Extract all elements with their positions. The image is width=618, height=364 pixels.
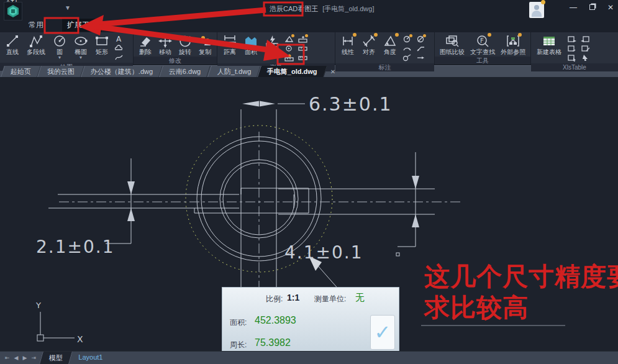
group-modify: 删除 移动 旋转 复制 修改: [134, 32, 217, 65]
ordinate-dim-icon[interactable]: [402, 54, 412, 61]
polyline-button[interactable]: 多段线: [23, 33, 49, 57]
line-button[interactable]: 直线: [2, 33, 23, 57]
restore-button[interactable]: [587, 3, 597, 12]
table-export-icon[interactable]: [580, 35, 590, 43]
linear-dim-button[interactable]: 线性: [337, 33, 358, 57]
erase-button[interactable]: 删除: [135, 33, 155, 57]
drawing-compare-icon: [445, 34, 460, 48]
radius-dim-icon[interactable]: [402, 35, 412, 43]
red-annotation-note: 这几个尺寸精度要 求比较高: [424, 261, 618, 323]
area-label: 面积:: [230, 317, 247, 328]
rectangle-button[interactable]: 矩形: [91, 33, 112, 57]
doc-tab-mycloud[interactable]: 我的云图: [37, 66, 84, 77]
ucs-x-label: X: [77, 334, 83, 344]
ellipse-button[interactable]: 椭圆 ▼: [70, 33, 91, 59]
measure-settings-icon-highlighted[interactable]: [284, 54, 294, 61]
distance-button[interactable]: 距离: [219, 33, 240, 57]
group-draw: 直线 多段线 圆 ▼ 椭圆 ▼ 矩形: [0, 32, 134, 65]
coordinate-measure-icon[interactable]: [284, 45, 294, 52]
scale-value: 1:1: [287, 293, 299, 303]
quick-menu-caret-icon[interactable]: ▼: [65, 4, 71, 11]
layout-first-button[interactable]: ⇤: [5, 355, 10, 361]
angle-measure-icon[interactable]: [284, 35, 294, 43]
new-table-icon: [542, 34, 557, 48]
svg-text:F: F: [480, 37, 484, 44]
mark-dim-icon[interactable]: [416, 54, 425, 61]
minimize-button[interactable]: —: [568, 3, 578, 12]
drawing-canvas[interactable]: 6.3±0.1 2.1±0.1 4.1±0.1 Y X 这几个尺寸精度要 求比较…: [0, 77, 618, 351]
document-name: [手电筒_old.dwg]: [322, 5, 374, 12]
user-avatar[interactable]: [529, 2, 544, 18]
unit-label: 测量单位:: [314, 294, 346, 304]
arc-dim-icon[interactable]: [402, 45, 412, 52]
close-button[interactable]: ✕: [606, 3, 616, 12]
circle-dropdown-caret-icon[interactable]: ▼: [58, 57, 62, 59]
doc-tab-office-building[interactable]: 办公楼（建筑）.dwg: [81, 66, 163, 77]
xref-button[interactable]: 外部参照: [498, 33, 529, 57]
table-edit-icon[interactable]: [580, 45, 590, 52]
doc-tab-start[interactable]: 起始页: [1, 66, 41, 77]
app-logo-icon[interactable]: [4, 2, 22, 20]
table-update-icon[interactable]: [566, 45, 576, 52]
group-label-tools: 工具: [435, 57, 530, 65]
doc-tab-flashlight-active[interactable]: 手电筒_old.dwg: [257, 66, 327, 77]
quick-measure-icon[interactable]: [298, 35, 307, 43]
drawing-compare-button[interactable]: 图纸比较: [437, 33, 467, 57]
freehand-draw-icon[interactable]: [114, 53, 124, 61]
diameter-dim-icon[interactable]: [416, 35, 425, 43]
app-window: ATI ▼ 浩辰CAD看图王 [手电筒_old.dwg] — ✕ 常用 扩展工具: [0, 0, 618, 364]
confirm-button[interactable]: ✓: [370, 315, 395, 350]
unit-value: 无: [355, 292, 365, 304]
rectangle-icon: [94, 34, 109, 48]
scale-label: 比例:: [266, 294, 283, 304]
group-label-annotate: 标注: [335, 63, 434, 71]
move-icon: [158, 34, 173, 48]
layout-next-button[interactable]: ▶: [22, 355, 27, 361]
dim-top-text: 6.3±0.1: [309, 93, 393, 115]
avatar-notification-badge: [541, 0, 545, 4]
badge-dot: [305, 34, 308, 37]
doc-tab-renfang[interactable]: 人防_t.dwg: [207, 66, 261, 77]
tab-home[interactable]: 常用: [24, 19, 48, 32]
restore-icon: [589, 4, 595, 10]
table-import-icon[interactable]: [566, 35, 576, 43]
realtime-measure-icon[interactable]: [298, 45, 307, 52]
polyline-icon: [29, 34, 43, 48]
move-button[interactable]: 移动: [155, 33, 175, 57]
tab-extended-tools[interactable]: 扩展工具: [62, 19, 102, 32]
revision-cloud-icon[interactable]: [114, 44, 124, 52]
table-pick-icon[interactable]: [580, 54, 590, 61]
app-name: 浩辰CAD看图王: [267, 4, 320, 14]
area-button[interactable]: 面积: [240, 33, 261, 57]
model-tab[interactable]: 模型: [39, 352, 73, 364]
table-select-icon[interactable]: [566, 54, 576, 61]
ellipse-dropdown-caret-icon[interactable]: ▼: [79, 57, 83, 59]
ruler-extra-icon[interactable]: [298, 54, 307, 61]
avatar-body-icon: [532, 11, 542, 17]
circle-button[interactable]: 圆 ▼: [49, 33, 70, 59]
text-tool-icon[interactable]: A: [114, 35, 124, 42]
annotation-line-2: 求比较高: [424, 292, 618, 323]
ribbon-tab-row: 常用 扩展工具: [0, 17, 618, 32]
badge-dot: [409, 34, 412, 37]
doc-tab-close-icon[interactable]: ✕: [330, 68, 335, 75]
angle-dim-button[interactable]: 角度: [379, 33, 401, 57]
perimeter-label: 周长:: [230, 340, 247, 350]
ucs-y-label: Y: [35, 301, 41, 310]
layout-last-button[interactable]: ⇥: [31, 355, 36, 361]
dim-right-text: 4.1±0.1: [284, 242, 363, 263]
badge-dot: [395, 33, 399, 37]
doc-tab-yunnan6[interactable]: 云南6.dwg: [159, 66, 211, 77]
leader-dim-icon[interactable]: [416, 45, 425, 52]
badge-dot: [374, 33, 378, 37]
text-find-button[interactable]: F 文字查找: [467, 33, 498, 57]
rotate-button[interactable]: 旋转: [175, 33, 195, 57]
linear-dim-icon: [340, 34, 355, 48]
group-label-modify: 修改: [134, 57, 217, 65]
layout1-tab[interactable]: Layout1: [69, 352, 112, 364]
new-table-button[interactable]: 新建表格: [533, 33, 565, 57]
aligned-dim-button[interactable]: 对齐: [358, 33, 379, 57]
arc-length-button[interactable]: 弧长: [261, 33, 283, 57]
layout-prev-button[interactable]: ◀: [14, 355, 19, 361]
copy-button[interactable]: 复制: [195, 33, 215, 57]
